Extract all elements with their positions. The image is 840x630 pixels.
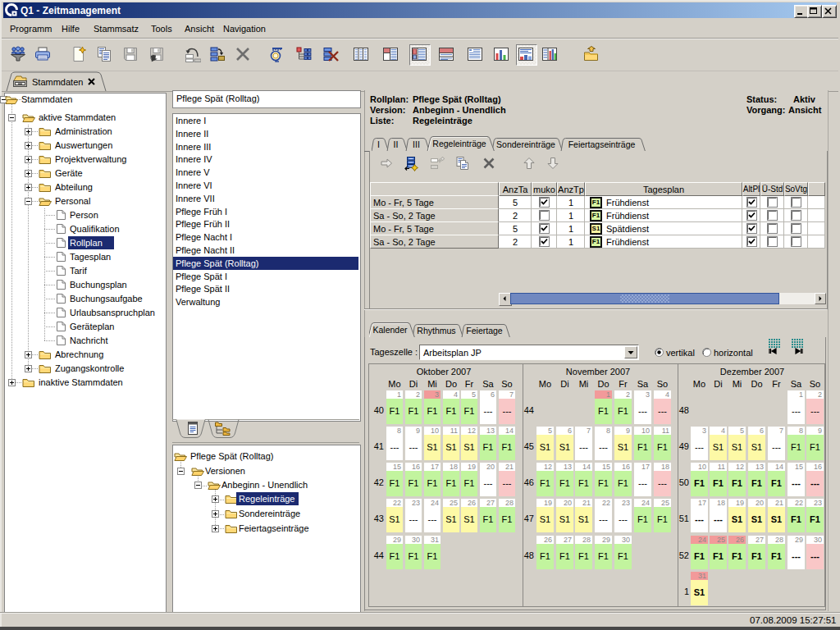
svg-text:Regeleinträge: Regeleinträge	[432, 139, 486, 148]
svg-text:Kalender: Kalender	[372, 325, 408, 335]
svg-text:Rhythmus: Rhythmus	[417, 326, 455, 336]
svg-text:II: II	[394, 139, 399, 149]
svg-text:Sondereinträge: Sondereinträge	[496, 139, 555, 149]
svg-text:I: I	[377, 139, 380, 149]
svg-text:Feiertage: Feiertage	[466, 326, 503, 336]
svg-text:Feiertagseinträge: Feiertagseinträge	[568, 139, 636, 149]
svg-text:III: III	[413, 139, 420, 149]
